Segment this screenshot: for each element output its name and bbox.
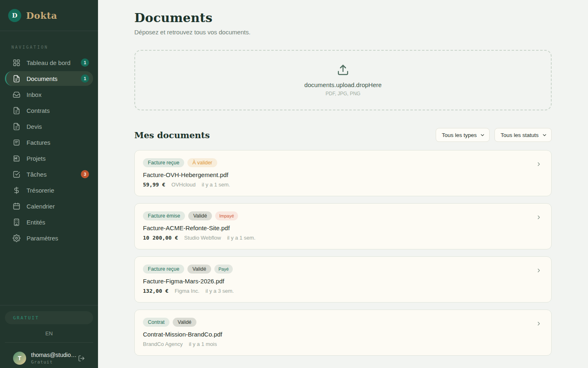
- plan-button[interactable]: GRATUIT: [5, 311, 93, 324]
- document-row[interactable]: Facture émiseValidéImpayé Facture-ACME-R…: [134, 203, 552, 249]
- file-icon: [13, 123, 20, 130]
- badge-unpaid: Impayé: [215, 211, 238, 220]
- main-area: Documents Déposez et retrouvez tous vos …: [98, 0, 588, 368]
- user-meta: thomas@studiow... Gratuit: [31, 352, 78, 365]
- calendar-icon: [13, 202, 20, 210]
- inbox-icon: [13, 91, 20, 99]
- type-filter-wrap: Tous les types: [436, 128, 490, 142]
- app-logo: D Dokta: [0, 0, 98, 31]
- page-subtitle: Déposez et retrouvez tous vos documents.: [134, 29, 552, 36]
- document-row[interactable]: Facture reçueValidéPayé Facture-Figma-Ma…: [134, 256, 552, 303]
- document-row[interactable]: Facture reçueÀ valider Facture-OVH-Heber…: [134, 150, 552, 196]
- document-vendor: Figma Inc.: [175, 288, 200, 294]
- dropzone-label: documents.upload.dropHere: [304, 81, 381, 88]
- gear-icon: [13, 234, 20, 242]
- upload-icon: [337, 64, 349, 76]
- chevron-right-icon: [536, 321, 542, 327]
- badges: Facture émiseValidéImpayé: [143, 211, 528, 220]
- badge-type: Facture reçue: [143, 265, 184, 274]
- document-meta: 132,00 € Figma Inc. il y a 3 sem.: [143, 288, 528, 294]
- logo-mark-icon: D: [8, 9, 21, 22]
- sidebar-item-projets[interactable]: Projets: [5, 151, 93, 166]
- document-amount: 59,99 €: [143, 182, 165, 188]
- sidebar-footer: GRATUIT EN T thomas@studiow... Gratuit: [0, 305, 98, 368]
- dollar-icon: [13, 186, 20, 194]
- page-title: Documents: [134, 11, 552, 25]
- document-filename: Facture-OVH-Hebergement.pdf: [143, 171, 528, 178]
- receipt-icon: [13, 139, 20, 146]
- language-switcher[interactable]: EN: [5, 330, 93, 337]
- file-icon: [13, 75, 20, 83]
- sidebar-item-inbox[interactable]: Inbox: [5, 87, 93, 102]
- avatar: T: [13, 352, 26, 365]
- badges: Facture reçueÀ valider: [143, 158, 528, 167]
- sidebar-item-devis[interactable]: Devis: [5, 119, 93, 134]
- document-time: il y a 1 mois: [189, 341, 217, 347]
- badge-pending: À valider: [187, 158, 217, 167]
- chevron-right-icon: [536, 161, 542, 167]
- user-plan: Gratuit: [31, 359, 78, 365]
- document-filename: Contrat-Mission-BrandCo.pdf: [143, 331, 528, 338]
- badge-paid: Payé: [214, 265, 233, 274]
- upload-dropzone[interactable]: documents.upload.dropHere PDF, JPG, PNG: [134, 50, 552, 110]
- sidebar-item-taches[interactable]: Tâches 3: [5, 167, 93, 182]
- document-row[interactable]: ContratValidé Contrat-Mission-BrandCo.pd…: [134, 310, 552, 356]
- nav-section-label: NAVIGATION: [11, 45, 93, 49]
- nav-badge: 3: [81, 170, 89, 178]
- document-meta: 59,99 € OVHcloud il y a 1 sem.: [143, 182, 528, 188]
- document-meta: 10 200,00 € Studio Webflow il y a 1 sem.: [143, 235, 528, 241]
- document-time: il y a 3 sem.: [205, 288, 234, 294]
- badges: Facture reçueValidéPayé: [143, 265, 528, 274]
- building-icon: [13, 218, 20, 226]
- badge-type: Facture émise: [143, 211, 185, 220]
- status-filter-select[interactable]: Tous les statuts: [495, 128, 551, 141]
- sidebar-item-contrats[interactable]: Contrats: [5, 103, 93, 118]
- sidebar-item-documents[interactable]: Documents 1: [5, 71, 93, 86]
- check-square-icon: [13, 171, 20, 178]
- document-time: il y a 1 sem.: [202, 182, 230, 188]
- document-vendor: Studio Webflow: [184, 235, 221, 241]
- sidebar-item-factures[interactable]: Factures: [5, 135, 93, 150]
- user-email: thomas@studiow...: [31, 352, 78, 358]
- sidebar-item-calendrier[interactable]: Calendrier: [5, 199, 93, 213]
- sidebar-item-parametres[interactable]: Paramètres: [5, 231, 93, 245]
- sidebar: D Dokta NAVIGATION Tableau de bord 1 Doc…: [0, 0, 98, 368]
- logout-icon[interactable]: [78, 355, 85, 362]
- document-vendor: OVHcloud: [172, 182, 196, 188]
- document-meta: BrandCo Agency il y a 1 mois: [143, 341, 528, 347]
- document-filename: Facture-ACME-Refonte-Site.pdf: [143, 224, 528, 231]
- document-time: il y a 1 sem.: [227, 235, 255, 241]
- status-filter-wrap: Tous les statuts: [494, 128, 552, 142]
- badge-type: Contrat: [143, 318, 169, 327]
- filters: Tous les types Tous les statuts: [436, 128, 552, 142]
- document-vendor: BrandCo Agency: [143, 341, 183, 347]
- badges: ContratValidé: [143, 318, 528, 327]
- document-amount: 10 200,00 €: [143, 235, 178, 241]
- user-profile[interactable]: T thomas@studiow... Gratuit: [5, 342, 93, 368]
- file-icon: [13, 107, 20, 114]
- document-filename: Facture-Figma-Mars-2026.pdf: [143, 278, 528, 285]
- badge-type: Facture reçue: [143, 158, 184, 167]
- badge-validated: Validé: [188, 211, 212, 220]
- sidebar-item-tresorerie[interactable]: Trésorerie: [5, 183, 93, 197]
- chevron-right-icon: [536, 267, 542, 274]
- document-list: Facture reçueÀ valider Facture-OVH-Heber…: [134, 150, 552, 356]
- app-name: Dokta: [26, 10, 57, 21]
- dropzone-formats: PDF, JPG, PNG: [325, 91, 360, 96]
- sidebar-item-entites[interactable]: Entités: [5, 215, 93, 229]
- nav-badge: 1: [81, 58, 89, 67]
- badge-validated: Validé: [187, 265, 211, 274]
- chevron-right-icon: [536, 214, 542, 220]
- sidebar-item-tableau-de-bord[interactable]: Tableau de bord 1: [5, 55, 93, 70]
- type-filter-select[interactable]: Tous les types: [436, 128, 489, 141]
- chart-icon: [13, 155, 20, 162]
- document-amount: 132,00 €: [143, 288, 169, 294]
- grid-icon: [13, 59, 20, 67]
- documents-section-title: Mes documents: [134, 130, 210, 140]
- sidebar-nav: NAVIGATION Tableau de bord 1 Documents 1…: [0, 31, 98, 305]
- badge-validated: Validé: [173, 318, 196, 327]
- nav-badge: 1: [81, 74, 89, 83]
